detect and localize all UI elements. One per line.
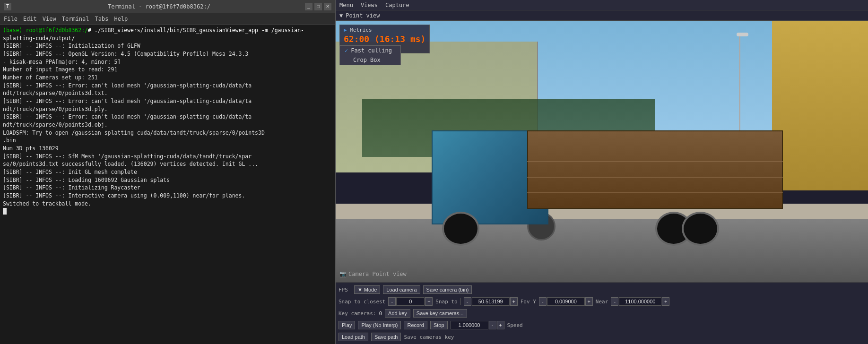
speed-label: Speed: [507, 322, 523, 328]
fast-culling-check-icon: ✓: [345, 47, 348, 54]
terminal-line-0: (base) root@1f6f7d0b8362:/# ./SIBR_viewe…: [3, 26, 332, 42]
terminal-titlebar: T Terminal - root@1f6f7d0b8362:/ _ □ ✕: [0, 0, 335, 13]
play-button[interactable]: Play: [339, 321, 355, 329]
menu-file[interactable]: File: [4, 16, 17, 22]
menu-edit[interactable]: Edit: [23, 16, 37, 22]
save-cameras-key-label: Save cameras key: [404, 334, 454, 340]
truck-plank-1: [527, 161, 782, 162]
terminal-line-7: ndt/truck/sparse/0/points3d.txt.: [3, 89, 332, 97]
snap-to-closest-minus[interactable]: -: [388, 297, 396, 306]
minimize-button[interactable]: _: [305, 3, 312, 10]
near-stepper: - +: [611, 297, 669, 306]
near-label: Near: [596, 299, 608, 305]
fov-y-label: Fov Y: [521, 299, 536, 305]
speed-plus[interactable]: +: [497, 321, 504, 329]
near-minus[interactable]: -: [611, 297, 618, 306]
fov-x-plus[interactable]: +: [510, 297, 518, 306]
divider-2: [460, 298, 461, 305]
crop-box-item[interactable]: Crop Box: [340, 55, 400, 65]
scene-canvas: [336, 21, 868, 282]
terminal-line-6: [SIBR] -- INFOS --: Error: can't load me…: [3, 82, 332, 90]
fov-y-plus[interactable]: +: [585, 297, 593, 306]
menu-view[interactable]: View: [43, 16, 56, 22]
point-view-label: Point view: [346, 12, 380, 19]
divider-1: [351, 286, 351, 293]
save-key-cameras-button[interactable]: Save key cameras...: [413, 309, 467, 318]
terminal-title: Terminal - root@1f6f7d0b8362:/: [13, 3, 305, 10]
maximize-button[interactable]: □: [314, 3, 322, 10]
terminal-line-20: [SIBR] -- INFOS --: Interactive camera u…: [3, 192, 332, 200]
building-right: [772, 21, 868, 190]
speed-input[interactable]: [451, 321, 488, 329]
load-camera-button[interactable]: Load camera: [383, 285, 420, 294]
control-row-4: Play Play (No Interp) Record Stop - + Sp…: [339, 320, 865, 330]
close-button[interactable]: ✕: [324, 3, 331, 10]
fov-y-stepper: - +: [539, 297, 593, 306]
metrics-dropdown-menu: ✓ Fast culling Crop Box: [339, 45, 401, 65]
fov-x-minus[interactable]: -: [464, 297, 471, 306]
terminal-line-16: se/0/points3d.txt successfully loaded. (…: [3, 160, 332, 168]
terminal-line-21: Switched to trackball mode.: [3, 200, 332, 208]
fast-culling-label: Fast culling: [351, 47, 392, 54]
terminal-line-3: - kisak-mesa PPA[major: 4, minor: 5]: [3, 58, 332, 66]
point-view-bar: ▼ Point view: [336, 10, 868, 21]
terminal-line-13: .bin: [3, 137, 332, 145]
near-input[interactable]: [619, 297, 661, 306]
control-row-5: Load path Save path Save cameras key: [339, 332, 865, 342]
snap-to-closest-input[interactable]: [396, 297, 425, 306]
terminal-line-8: [SIBR] -- INFOS --: Error: can't load me…: [3, 97, 332, 105]
lamp-head: [737, 33, 748, 36]
add-key-button[interactable]: Add key: [385, 309, 410, 318]
terminal-body[interactable]: (base) root@1f6f7d0b8362:/# ./SIBR_viewe…: [0, 25, 335, 344]
record-button[interactable]: Record: [404, 321, 427, 329]
terminal-line-19: [SIBR] -- INFOS --: Initializing Raycast…: [3, 184, 332, 192]
terminal-line-17: [SIBR] -- INFOS --: Init GL mesh complet…: [3, 168, 332, 176]
play-no-interp-button[interactable]: Play (No Interp): [358, 321, 401, 329]
truck-wheel-rear2: [682, 212, 719, 246]
viewer-menu-views[interactable]: Views: [361, 2, 378, 9]
viewer-menubar: Menu Views Capture: [336, 0, 868, 10]
mode-dropdown[interactable]: ▼ Mode: [354, 285, 380, 294]
menu-terminal[interactable]: Terminal: [62, 16, 89, 22]
viewer-controls: FPS ▼ Mode Load camera Save camera (bin)…: [336, 282, 868, 344]
fov-x-input[interactable]: [472, 297, 510, 306]
terminal-line-9: ndt/truck/sparse/0/points3d.ply.: [3, 105, 332, 113]
snap-to-closest-label: Snap to closest: [339, 299, 385, 305]
control-row-1: FPS ▼ Mode Load camera Save camera (bin): [339, 284, 865, 295]
terminal-icon: T: [4, 3, 11, 10]
stop-button[interactable]: Stop: [430, 321, 448, 329]
control-row-2: Snap to closest - + Snap to - + Fov Y - …: [339, 296, 865, 307]
camera-icon: 📷: [339, 271, 347, 277]
speed-minus[interactable]: -: [489, 321, 496, 329]
terminal-line-15: [SIBR] -- INFOS --: SfM Mesh '/gaussian-…: [3, 153, 332, 161]
viewer-menu-capture[interactable]: Capture: [385, 2, 409, 9]
fov-y-input[interactable]: [547, 297, 585, 306]
load-path-button[interactable]: Load path: [339, 333, 368, 341]
point-view-arrow-icon: ▼: [339, 12, 343, 19]
truck-bed: [527, 130, 782, 209]
fov-x-stepper: - +: [464, 297, 518, 306]
snap-to-closest-plus[interactable]: +: [425, 297, 433, 306]
save-camera-button[interactable]: Save camera (bin): [423, 285, 472, 294]
terminal-cursor-line: [3, 207, 332, 215]
terminal-panel: T Terminal - root@1f6f7d0b8362:/ _ □ ✕ F…: [0, 0, 336, 344]
save-path-button[interactable]: Save path: [371, 333, 401, 341]
terminal-line-14: Num 3D pts 136029: [3, 145, 332, 153]
viewer-menu-menu[interactable]: Menu: [339, 2, 353, 9]
truck-plank-3: [527, 192, 782, 193]
terminal-menubar: File Edit View Terminal Tabs Help: [0, 13, 335, 25]
control-row-3: Key cameras: 0 Add key Save key cameras.…: [339, 308, 865, 318]
fov-y-minus[interactable]: -: [539, 297, 547, 306]
terminal-line-4: Number of input Images to read: 291: [3, 66, 332, 74]
viewer-main[interactable]: ▶ Metrics 62:00 (16:13 ms) 1.000 Scaling…: [336, 21, 868, 282]
road-area: [336, 209, 868, 282]
fast-culling-item[interactable]: ✓ Fast culling: [340, 46, 400, 55]
menu-tabs[interactable]: Tabs: [95, 16, 109, 22]
truck-wheel-front: [442, 212, 479, 246]
near-plus[interactable]: +: [662, 297, 669, 306]
terminal-line-18: [SIBR] -- INFOS --: Loading 1609692 Gaus…: [3, 176, 332, 184]
menu-help[interactable]: Help: [114, 16, 128, 22]
speed-stepper: - +: [451, 321, 504, 329]
snap-to-label: Snap to: [435, 299, 457, 305]
terminal-line-5: Number of Cameras set up: 251: [3, 74, 332, 82]
